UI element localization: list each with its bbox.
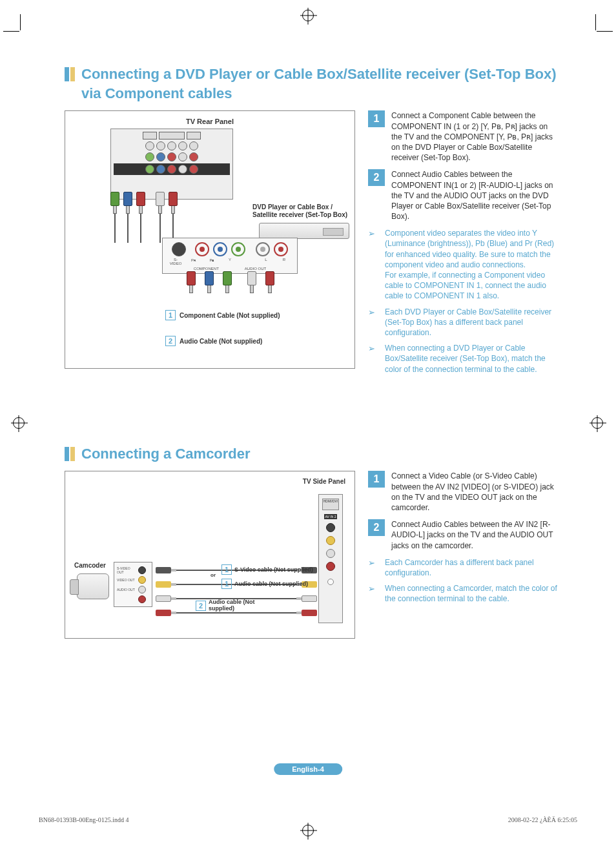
plug-red-icon (169, 192, 178, 214)
section-1-diagram: TV Rear Panel DVD Player or Cable Box / … (65, 110, 355, 369)
step-1-text: Connect a Video Cable (or S-Video Cable)… (391, 471, 558, 513)
tv-rear-panel (110, 129, 233, 200)
cable-1b-label: 1 Audio cable (Not supplied) (221, 579, 308, 589)
plug-white-icon (247, 271, 256, 293)
svideo-jack-icon (172, 242, 186, 256)
legend-2-badge: 2 (165, 336, 176, 346)
registration-mark-icon (302, 10, 314, 21)
footer-right: 2008-02-22 ¿ÀÈÄ 6:25:05 (508, 816, 577, 823)
plug-white-icon (156, 192, 165, 214)
jack-pr-icon (195, 242, 209, 256)
note-arrow-icon: ➢ (368, 228, 380, 301)
camcorder-label: Camcoder (74, 562, 106, 569)
legend-2-text: Audio Cable (Not supplied) (180, 338, 262, 345)
note-arrow-icon: ➢ (368, 307, 380, 338)
step-2-text: Connect Audio Cables between the AV IN2 … (391, 519, 558, 551)
page-label: English-4 (274, 763, 342, 775)
step-1-text: Connect a Component Cable between the CO… (391, 110, 558, 163)
section2-step-2: 2 Connect Audio Cables between the AV IN… (368, 519, 558, 551)
note-2-text: When connecting a Camcorder, match the c… (385, 583, 558, 604)
device-jacks-panel: S-VIDEOPʀPʙYLR COMPONENTAUDIO OUT (162, 238, 298, 274)
section1-step-1: 1 Connect a Component Cable between the … (368, 110, 558, 163)
section-1-title: Connecting a DVD Player or Cable Box/Sat… (65, 65, 558, 103)
step-2-badge: 2 (368, 169, 385, 186)
plug-red-icon (187, 271, 196, 293)
step-1-badge: 1 (368, 471, 385, 488)
section2-note-1: ➢ Each Camcorder has a different back pa… (368, 557, 558, 578)
plug-red-icon (136, 192, 145, 214)
jack-y-icon (231, 242, 245, 256)
plug-green-icon (223, 271, 232, 293)
camcorder-jacks-panel: S-VIDEO OUT VIDEO OUT AUDIO OUT (114, 562, 152, 607)
plug-blue-icon (205, 271, 214, 293)
or-label: or (210, 572, 216, 578)
plug-green-icon (110, 192, 119, 214)
note-arrow-icon: ➢ (368, 557, 380, 578)
crop-mark (3, 31, 19, 32)
note-arrow-icon: ➢ (368, 343, 380, 375)
camcorder-icon (77, 573, 109, 599)
note-arrow-icon: ➢ (368, 583, 380, 604)
legend-1-badge: 1 (165, 310, 176, 320)
section-2-title: Connecting a Camcorder (65, 444, 558, 464)
section1-note-1: ➢ Component video separates the video in… (368, 228, 558, 301)
tv-side-panel: HDMI/DVI AV IN 2 (318, 494, 343, 623)
note-1-text: Component video separates the video into… (385, 228, 558, 301)
title-bars-icon (65, 447, 75, 461)
section2-note-2: ➢ When connecting a Camcorder, match the… (368, 583, 558, 604)
crop-mark (595, 14, 596, 30)
tv-rear-panel-label: TV Rear Panel (72, 118, 348, 125)
registration-mark-icon (13, 417, 25, 429)
crop-mark (597, 31, 613, 32)
title-bars-icon (65, 67, 75, 81)
jack-audio-l-icon (256, 242, 270, 256)
step-2-badge: 2 (368, 519, 385, 536)
section-1-title-text: Connecting a DVD Player or Cable Box/Sat… (81, 65, 558, 103)
footer-left: BN68-01393B-00Eng-0125.indd 4 (39, 816, 128, 823)
step-1-badge: 1 (368, 110, 385, 127)
cable-1a-label: 1 S-Video cable (Not supplied) (221, 564, 313, 575)
registration-mark-icon (302, 825, 314, 836)
note-2-text: Each DVD Player or Cable Box/Satellite r… (385, 307, 558, 338)
section1-note-3: ➢ When connecting a DVD Player or Cable … (368, 343, 558, 375)
jack-pb-icon (213, 242, 227, 256)
section1-step-2: 2 Connect Audio Cables between the COMPO… (368, 169, 558, 222)
note-1-text: Each Camcorder has a different back pane… (385, 557, 558, 578)
plug-blue-icon (123, 192, 132, 214)
crop-mark (20, 14, 21, 30)
plug-red-icon (265, 271, 274, 293)
section-2-diagram: TV Side Panel Camcoder S-VIDEO OUT VIDEO… (65, 471, 355, 639)
note-3-text: When connecting a DVD Player or Cable Bo… (385, 343, 558, 375)
device-label: DVD Player or Cable Box / Satellite rece… (252, 203, 356, 219)
cable-area-bottom (187, 271, 316, 310)
section2-step-1: 1 Connect a Video Cable (or S-Video Cabl… (368, 471, 558, 513)
cable-2-label: 2 Audio cable (Not supplied) (196, 599, 267, 612)
legend-1-text: Component Cable (Not supplied) (180, 312, 280, 319)
step-2-text: Connect Audio Cables between the COMPONE… (391, 169, 558, 222)
side-panel-label: TV Side Panel (303, 478, 345, 485)
jack-audio-r-icon (274, 242, 288, 256)
section1-note-2: ➢ Each DVD Player or Cable Box/Satellite… (368, 307, 558, 338)
section-2-title-text: Connecting a Camcorder (81, 444, 251, 464)
registration-mark-icon (591, 417, 603, 429)
